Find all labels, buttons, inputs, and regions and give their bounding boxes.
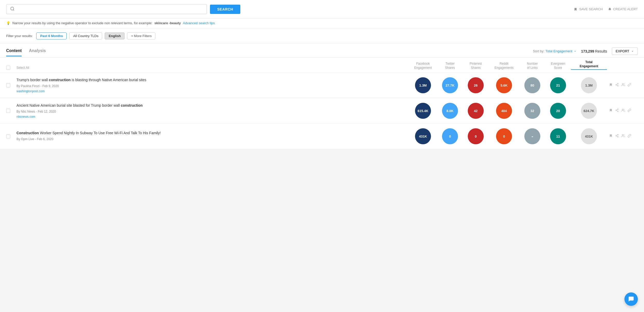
article-rows: Trump's border wall construction is blas… [0,73,644,149]
create-alert-button[interactable]: CREATE ALERT [608,7,638,11]
svg-line-5 [616,85,617,86]
metric-pinterest: 0 [463,128,489,144]
svg-point-19 [622,134,623,136]
metric-links: 32 [519,103,545,119]
svg-point-0 [11,7,14,10]
save-search-button[interactable]: SAVE SEARCH [574,7,603,11]
col-header-total: TotalEngagement [571,60,607,70]
svg-line-11 [616,111,617,111]
article-meta: By Nbc News - Feb 12, 2020 [16,110,405,113]
metric-twitter: 27.7K [437,77,463,93]
metric-evergreen: 11 [545,128,571,144]
search-input[interactable]: construction [17,7,203,12]
metric-reddit: 0 [489,128,519,144]
filter-more-button[interactable]: + More Filters [127,32,155,39]
tab-analysis[interactable]: Analysis [29,48,46,56]
svg-point-3 [616,84,617,85]
evergreen-circle: 20 [550,103,566,119]
users-icon[interactable] [621,134,625,139]
tip-bar: 💡 Narrow your results by using the negat… [0,19,644,29]
metric-facebook: 1.3M [409,77,437,93]
pinterest-circle: 26 [468,77,484,93]
users-icon[interactable] [621,83,625,88]
tab-content[interactable]: Content [6,48,22,56]
svg-line-12 [616,109,617,110]
filter-english[interactable]: English [105,32,125,39]
share-icon[interactable] [615,83,619,88]
article-source[interactable]: washingtonpost.com [16,89,45,93]
table-row: Trump's border wall construction is blas… [0,73,644,98]
article-title: Trump's border wall construction is blas… [16,78,405,83]
twitter-circle: 0 [442,128,458,144]
metric-pinterest: 42 [463,103,489,119]
link-icon[interactable] [628,83,631,88]
facebook-circle: 1.3M [415,77,431,93]
article-meta: By Paulina Firozi - Feb 9, 2020 [16,84,405,88]
share-icon[interactable] [615,108,619,113]
svg-line-6 [616,84,617,85]
filter-label: Filter your results: [6,34,33,38]
search-icon [10,6,15,12]
metric-evergreen: 21 [545,77,571,93]
search-wrapper: construction [6,4,207,14]
export-button[interactable]: EXPORT [612,47,638,55]
links-circle: - [524,128,540,144]
facebook-circle: 615.4K [415,103,431,119]
total-circle: 1.3M [581,77,597,93]
article-meta: By Opm Live - Feb 6, 2020 [16,137,405,141]
tip-example: skincare -beauty [154,21,181,25]
svg-point-7 [622,83,623,85]
pinterest-circle: 0 [468,128,484,144]
row-checkbox-wrap [6,134,16,138]
row-checkbox[interactable] [6,134,10,138]
advanced-search-tips-link[interactable]: Advanced search tips [183,21,215,25]
sort-by[interactable]: Sort by: Total Engagement [533,49,577,53]
table-header: Select All FacebookEngagement TwitterSha… [0,58,644,73]
bookmark-icon[interactable] [609,108,613,113]
svg-line-17 [616,136,617,137]
svg-point-10 [617,111,619,112]
article-source[interactable]: nbcnews.com [16,115,35,119]
tab-right-actions: Sort by: Total Engagement 173,299 Result… [533,47,638,57]
article-info: Ancient Native American burial site blas… [16,103,409,119]
col-header-evergreen: EvergreenScore [545,62,571,70]
twitter-circle: 8.8K [442,103,458,119]
svg-point-2 [617,83,619,84]
metric-evergreen: 20 [545,103,571,119]
tip-text: Narrow your results by using the negativ… [12,21,152,25]
twitter-circle: 27.7K [442,77,458,93]
link-icon[interactable] [628,134,631,139]
users-icon[interactable] [621,108,625,113]
bookmark-icon[interactable] [609,83,613,88]
article-info: Construction Worker Spend Nightly In Sub… [16,131,409,142]
search-button[interactable]: SEARCH [210,5,240,14]
row-checkbox[interactable] [6,83,10,87]
metric-reddit: 5.6K [489,77,519,93]
row-actions [609,108,638,113]
tabs-row: Content Analysis Sort by: Total Engageme… [0,43,644,58]
filter-past-6-months[interactable]: Past 6 Months [36,32,67,39]
link-icon[interactable] [628,108,631,113]
row-checkbox[interactable] [6,109,10,113]
svg-line-18 [616,135,617,136]
bookmark-icon[interactable] [609,134,613,139]
evergreen-circle: 21 [550,77,566,93]
svg-point-9 [616,110,617,111]
col-header-facebook: FacebookEngagement [409,62,437,70]
filter-all-country-tlds[interactable]: All Country TLDs [69,32,102,39]
results-count: 173,299 Results [581,49,607,53]
share-icon[interactable] [615,134,619,139]
evergreen-circle: 11 [550,128,566,144]
metric-twitter: 0 [437,128,463,144]
top-actions: SAVE SEARCH CREATE ALERT [574,7,638,11]
col-header-links: Numberof Links [519,62,545,70]
reddit-circle: 5.6K [496,77,512,93]
metric-reddit: 404 [489,103,519,119]
article-info: Trump's border wall construction is blas… [16,78,409,93]
select-all-checkbox[interactable] [6,66,10,70]
metric-links: 80 [519,77,545,93]
svg-point-8 [617,109,619,110]
links-circle: 80 [524,77,540,93]
total-circle: 431K [581,128,597,144]
row-actions [609,134,638,139]
